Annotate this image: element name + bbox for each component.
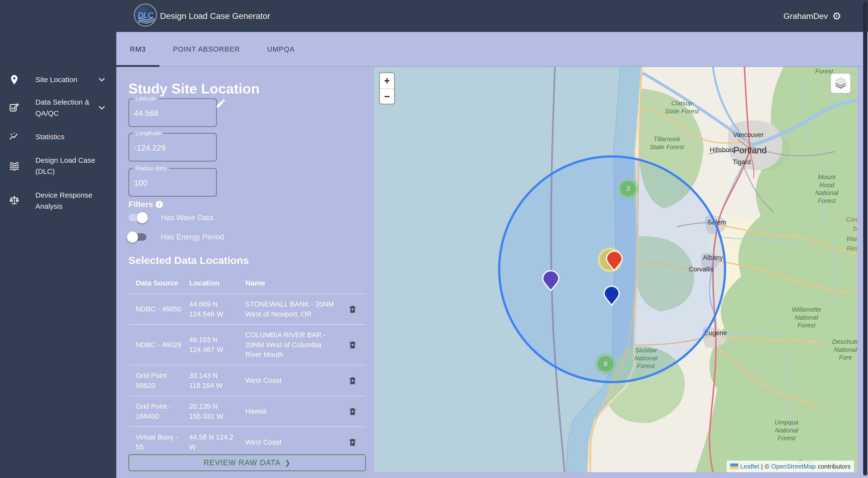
zoom-in-button[interactable]: + — [380, 73, 394, 89]
cell-data-source: Grid Point - 166400 — [128, 396, 187, 426]
table-row: Grid Point - 16640020.139 N 155.031 WHaw… — [128, 396, 366, 426]
review-raw-data-label: REVIEW RAW DATA — [204, 458, 281, 467]
cell-data-source: NDBC - 46029 — [128, 325, 187, 365]
sidebar-item-label: Device Response Analysis — [35, 190, 96, 212]
delete-location-button[interactable] — [348, 304, 357, 314]
zoom-out-button[interactable]: − — [380, 89, 394, 104]
toggle-track[interactable] — [128, 214, 146, 221]
cell-location: 20.139 N 155.031 W — [187, 396, 244, 426]
cell-location: 33.143 N 118.164 W — [187, 365, 244, 396]
leaflet-link[interactable]: Leaflet — [740, 463, 759, 470]
table-row: Grid Point - 9862033.143 N 118.164 WWest… — [128, 365, 366, 396]
sidebar-item-label: Site Location — [35, 74, 96, 85]
table-header-row: Data Source Location Name — [128, 273, 366, 294]
tab-umpqa[interactable]: UMPQA — [253, 32, 308, 66]
chevron-down-icon — [97, 75, 106, 84]
sparkle-trend-icon — [9, 131, 20, 142]
cell-name: Hawaii — [243, 396, 339, 426]
device-tabbar: RM3POINT ABSORBERUMPQA — [116, 32, 868, 67]
cell-name: West Coast — [243, 365, 339, 396]
sidebar-item-statistics[interactable]: Statistics — [0, 126, 116, 148]
app-title: Design Load Case Generator — [160, 0, 270, 32]
site-location-panel: Study Site Location Latitude44.568Longit… — [116, 67, 374, 478]
sidebar-item-label: Statistics — [35, 131, 96, 142]
column-data-source: Data Source — [128, 273, 187, 294]
latitude-field[interactable]: Latitude44.568 — [128, 98, 217, 127]
sidebar-nav: Site LocationData Selection & QA/QCStati… — [0, 32, 116, 478]
page-root: DLC Design Load Case Generator GrahamDev… — [0, 0, 868, 478]
contributors-text: contributors — [817, 463, 850, 470]
toggle-label: Has Wave Data — [161, 213, 213, 222]
cell-data-source: Grid Point - 98620 — [128, 365, 187, 396]
toggle-label: Has Energy Period — [161, 233, 224, 241]
delete-location-button[interactable] — [348, 340, 357, 350]
sidebar-item-label: Design Load Case (DLC) — [35, 155, 96, 177]
field-value: 44.568 — [134, 109, 158, 118]
cell-data-source: Virtual Buoy - 55 — [128, 426, 187, 457]
toggle-has-energy-period[interactable]: Has Energy Period — [128, 233, 224, 241]
table-row: NDBC - 4602946.163 N 124.487 WCOLUMBIA R… — [128, 325, 366, 365]
chevron-down-icon — [97, 103, 106, 112]
column-location: Location — [187, 273, 244, 294]
sidebar-item-label: Data Selection & QA/QC — [35, 97, 96, 119]
table-row: NDBC - 4605044.669 N 124.546 WSTONEWALL … — [128, 294, 366, 325]
field-label: Radius (km) — [133, 165, 169, 172]
layers-control[interactable] — [830, 73, 851, 94]
column-name: Name — [243, 273, 339, 294]
page-title: Study Site Location — [128, 80, 259, 97]
cell-data-source: NDBC - 46050 — [128, 294, 187, 325]
tab-rm3[interactable]: RM3 — [116, 32, 159, 66]
chevron-right-icon: ❯ — [285, 459, 291, 467]
ukraine-flag-icon — [730, 464, 738, 469]
selected-locations-title: Selected Data Locations — [128, 254, 249, 266]
cell-location: 44.58 N 124.2 W — [187, 426, 244, 457]
selected-locations-table: Data Source Location Name NDBC - 4605044… — [128, 273, 366, 457]
tab-point-absorber[interactable]: POINT ABSORBER — [159, 32, 254, 66]
copyright-sign: © — [765, 463, 769, 470]
radius-km--field[interactable]: Radius (km)100 — [128, 168, 217, 197]
longitude-field[interactable]: Longitude-124.229 — [128, 133, 217, 162]
sidebar-item-data-selection-qa-qc[interactable]: Data Selection & QA/QC — [0, 93, 116, 123]
cell-name: STONEWALL BANK - 20NM West of Newport, O… — [243, 294, 339, 325]
user-menu[interactable]: GrahamDev ⚙ — [783, 0, 841, 32]
osm-link[interactable]: OpenStreetMap — [771, 463, 816, 470]
sidebar-item-site-location[interactable]: Site Location — [0, 69, 116, 91]
logo-waves-icon — [138, 18, 155, 24]
cell-location: 46.163 N 124.487 W — [187, 325, 244, 365]
toggle-thumb[interactable] — [137, 212, 148, 223]
app-header: DLC Design Load Case Generator GrahamDev… — [0, 0, 868, 32]
cell-name: COLUMBIA RIVER BAR - 20NM West of Columb… — [243, 325, 339, 365]
field-value: -124.229 — [134, 143, 165, 152]
cell-location: 44.669 N 124.546 W — [187, 294, 244, 325]
filters-label: Filters — [128, 200, 153, 209]
cell-name: West Coast — [243, 426, 339, 457]
attribution-separator: | — [761, 463, 763, 470]
field-value: 100 — [134, 178, 147, 187]
map-overlay-markers — [374, 67, 857, 472]
toggle-has-wave-data[interactable]: Has Wave Data — [128, 213, 213, 222]
field-label: Longitude — [133, 130, 163, 137]
table-row: Virtual Buoy - 5544.58 N 124.2 WWest Coa… — [128, 426, 366, 457]
delete-location-button[interactable] — [348, 407, 357, 416]
location-pin-icon — [9, 74, 20, 85]
column-actions — [339, 273, 366, 294]
filters-header: Filters i — [128, 200, 163, 209]
zoom-control: + − — [379, 72, 395, 105]
field-label: Latitude — [133, 95, 158, 102]
review-raw-data-button[interactable]: REVIEW RAW DATA ❯ — [128, 454, 366, 471]
settings-gear-icon[interactable]: ⚙ — [832, 10, 841, 22]
edit-pencil-icon[interactable] — [215, 98, 226, 109]
sidebar-item-design-load-case-dlc-[interactable]: Design Load Case (DLC) — [0, 151, 116, 181]
info-icon[interactable]: i — [156, 201, 163, 208]
app-logo-icon: DLC — [134, 3, 157, 27]
delete-location-button[interactable] — [348, 437, 357, 447]
delete-location-button[interactable] — [348, 376, 357, 385]
sidebar-item-device-response-analysis[interactable]: Device Response Analysis — [0, 186, 116, 215]
toggle-thumb[interactable] — [127, 232, 138, 243]
user-name: GrahamDev — [783, 11, 828, 21]
leaflet-map[interactable]: VancouverPortlandHillsboroTigardSalemAlb… — [374, 67, 857, 472]
waves-icon — [9, 160, 20, 171]
page-scrollbar[interactable] — [863, 2, 867, 476]
toggle-track[interactable] — [128, 233, 146, 241]
scale-icon — [9, 195, 20, 206]
